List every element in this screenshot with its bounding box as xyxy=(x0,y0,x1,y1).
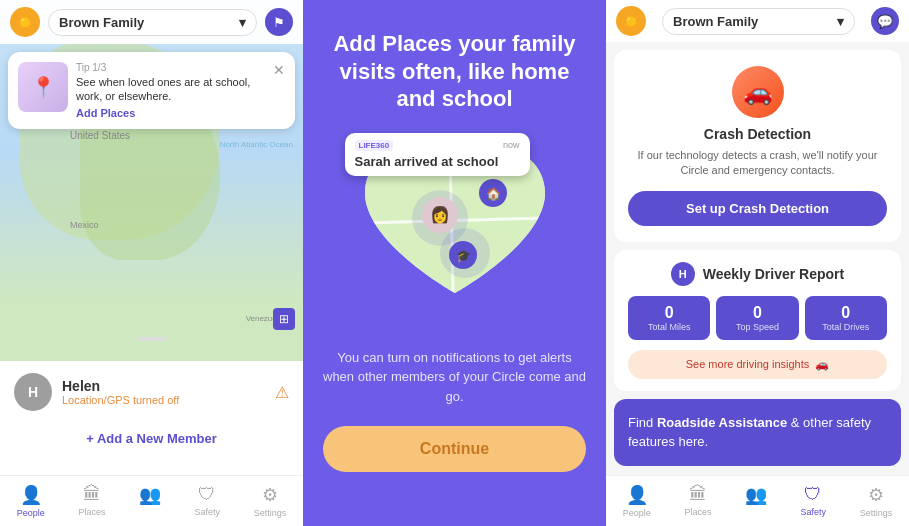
panel-safety: ☀️ Brown Family ▾ 💬 🚗 Crash Detection If… xyxy=(606,0,909,526)
continue-button[interactable]: Continue xyxy=(323,426,586,472)
tip-close-button[interactable]: ✕ xyxy=(273,62,285,78)
flag-button[interactable]: ⚑ xyxy=(265,8,293,36)
panel-onboard: Add Places your family visits often, lik… xyxy=(303,0,606,526)
safety-nav-label-people: People xyxy=(623,508,651,518)
warning-icon: ⚠ xyxy=(275,383,289,402)
stat-miles-value: 0 xyxy=(632,304,706,322)
nav-label-safety: Safety xyxy=(195,507,221,517)
app-icon: ☀️ xyxy=(10,7,40,37)
member-status: Location/GPS turned off xyxy=(62,394,265,406)
center-icon: 👥 xyxy=(139,484,161,506)
roadside-assistance-text: Roadside Assistance xyxy=(657,415,787,430)
people-icon: 👤 xyxy=(20,484,42,506)
crash-description: If our technology detects a crash, we'll… xyxy=(628,148,887,179)
safety-nav-places[interactable]: 🏛 Places xyxy=(678,482,717,520)
safety-icon: 🛡 xyxy=(198,484,216,505)
nav-item-people[interactable]: 👤 People xyxy=(11,482,51,520)
stat-speed-label: Top Speed xyxy=(720,322,794,332)
safety-shield-icon: 🛡 xyxy=(804,484,822,505)
driver-stats: 0 Total Miles 0 Top Speed 0 Total Drives xyxy=(628,296,887,340)
safety-nav-label-settings: Settings xyxy=(860,508,893,518)
notif-header: LIFE360 now xyxy=(355,140,520,151)
driver-header: H Weekly Driver Report xyxy=(628,262,887,286)
safety-people-icon: 👤 xyxy=(626,484,648,506)
nav-item-settings[interactable]: ⚙ Settings xyxy=(248,482,293,520)
drag-handle xyxy=(137,337,167,341)
crash-icon: 🚗 xyxy=(732,66,784,118)
roadside-text-find: Find xyxy=(628,415,657,430)
svg-text:🏠: 🏠 xyxy=(485,186,500,201)
tip-text: See when loved ones are at school, work,… xyxy=(76,75,265,104)
svg-text:👩: 👩 xyxy=(430,205,450,224)
driver-avatar: H xyxy=(671,262,695,286)
stat-total-miles: 0 Total Miles xyxy=(628,296,710,340)
tip-illustration: 📍 xyxy=(18,62,68,112)
svg-text:🎓: 🎓 xyxy=(455,248,470,263)
top-bar: ☀️ Brown Family ▾ ⚑ xyxy=(0,0,303,44)
safety-nav-people[interactable]: 👤 People xyxy=(617,482,657,520)
add-member-button[interactable]: + Add a New Member xyxy=(0,423,303,454)
notif-time: now xyxy=(503,140,520,150)
safety-nav-label-safety: Safety xyxy=(801,507,827,517)
settings-icon: ⚙ xyxy=(262,484,278,506)
bookmark-icon[interactable]: ⊞ xyxy=(273,308,295,330)
nav-label-places: Places xyxy=(78,507,105,517)
safety-nav-settings[interactable]: ⚙ Settings xyxy=(854,482,899,520)
safety-app-icon: ☀️ xyxy=(616,6,646,36)
stat-miles-label: Total Miles xyxy=(632,322,706,332)
map-label-mexico: Mexico xyxy=(70,220,99,230)
member-initial: H xyxy=(28,384,38,400)
safety-dropdown-arrow-icon: ▾ xyxy=(837,14,844,29)
family-selector[interactable]: Brown Family ▾ xyxy=(48,9,257,36)
safety-center-icon: 👥 xyxy=(745,484,767,506)
notification-card: LIFE360 now Sarah arrived at school xyxy=(345,133,530,176)
safety-content: 🚗 Crash Detection If our technology dete… xyxy=(606,42,909,475)
notif-message: Sarah arrived at school xyxy=(355,154,520,169)
safety-message-button[interactable]: 💬 xyxy=(871,7,899,35)
tip-label: Tip 1/3 xyxy=(76,62,265,73)
member-name: Helen xyxy=(62,378,265,394)
car-crash-icon: 🚗 xyxy=(743,78,773,106)
dropdown-arrow-icon: ▾ xyxy=(239,15,246,30)
stat-speed-value: 0 xyxy=(720,304,794,322)
stat-drives-value: 0 xyxy=(809,304,883,322)
onboard-description: You can turn on notifications to get ale… xyxy=(323,348,586,407)
crash-title: Crash Detection xyxy=(628,126,887,142)
member-area: H Helen Location/GPS turned off ⚠ + Add … xyxy=(0,361,303,526)
panel-map: Canada United States Mexico North Atlant… xyxy=(0,0,303,526)
tip-content: Tip 1/3 See when loved ones are at schoo… xyxy=(76,62,265,119)
safety-nav-center[interactable]: 👥 xyxy=(739,482,773,520)
notif-app-logo: LIFE360 xyxy=(355,140,394,151)
driving-insights-button[interactable]: See more driving insights 🚗 xyxy=(628,350,887,379)
insights-label: See more driving insights xyxy=(686,358,810,370)
safety-family-selector[interactable]: Brown Family ▾ xyxy=(662,8,855,35)
safety-settings-icon: ⚙ xyxy=(868,484,884,506)
safety-places-icon: 🏛 xyxy=(689,484,707,505)
stat-top-speed: 0 Top Speed xyxy=(716,296,798,340)
nav-label-settings: Settings xyxy=(254,508,287,518)
safety-top-bar: ☀️ Brown Family ▾ 💬 xyxy=(606,0,909,42)
stat-total-drives: 0 Total Drives xyxy=(805,296,887,340)
map-label-atlantic: North Atlantic Ocean xyxy=(220,140,293,149)
places-icon: 🏛 xyxy=(83,484,101,505)
roadside-assistance-card[interactable]: Find Roadside Assistance & other safety … xyxy=(614,399,901,466)
nav-item-center[interactable]: 👥 xyxy=(133,482,167,520)
safety-nav-safety[interactable]: 🛡 Safety xyxy=(795,482,833,520)
member-info: Helen Location/GPS turned off xyxy=(62,378,265,406)
map-label-us: United States xyxy=(70,130,130,141)
member-avatar: H xyxy=(14,373,52,411)
nav-label-people: People xyxy=(17,508,45,518)
tip-card: 📍 Tip 1/3 See when loved ones are at sch… xyxy=(8,52,295,129)
safety-bottom-nav: 👤 People 🏛 Places 👥 🛡 Safety ⚙ Settings xyxy=(606,475,909,526)
nav-item-places[interactable]: 🏛 Places xyxy=(72,482,111,520)
safety-family-name: Brown Family xyxy=(673,14,758,29)
driver-report-title: Weekly Driver Report xyxy=(703,266,844,282)
tip-add-places-link[interactable]: Add Places xyxy=(76,107,265,119)
family-name: Brown Family xyxy=(59,15,144,30)
driver-report-card: H Weekly Driver Report 0 Total Miles 0 T… xyxy=(614,250,901,391)
onboard-title: Add Places your family visits often, lik… xyxy=(323,30,586,113)
member-row: H Helen Location/GPS turned off ⚠ xyxy=(0,361,303,423)
nav-item-safety[interactable]: 🛡 Safety xyxy=(189,482,227,520)
setup-crash-detection-button[interactable]: Set up Crash Detection xyxy=(628,191,887,226)
car-icon: 🚗 xyxy=(815,358,829,371)
